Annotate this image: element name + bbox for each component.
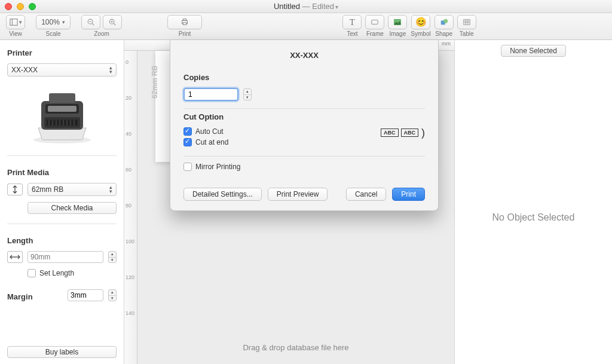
toolbar: ▾ View 100% ▾ Scale Zoom [0,13,612,40]
drop-hint: Drag & drop database file here [137,343,454,352]
print-button[interactable] [167,15,202,29]
frame-tool-button[interactable] [365,15,384,29]
image-tool-button[interactable] [388,15,407,29]
table-icon [463,18,471,26]
cancel-button[interactable]: Cancel [346,188,386,201]
label-size-tag: 62mm RB [151,66,159,99]
print-group: Print [167,15,202,37]
cut-at-end-checkbox[interactable] [183,138,192,146]
frame-tool-label: Frame [366,30,384,37]
image-tool-label: Image [389,30,406,37]
detailed-settings-button[interactable]: Detailed Settings... [183,188,262,201]
symbol-tool-label: Symbol [411,30,430,37]
svg-rect-10 [183,19,186,21]
height-arrows-icon [11,185,19,194]
chevron-down-icon[interactable]: ▾ [335,4,338,10]
view-label: View [9,30,22,37]
text-tool-button[interactable]: T [342,15,362,29]
print-confirm-button[interactable]: Print [392,188,425,201]
buy-labels-button[interactable]: Buy labels [7,346,117,358]
length-stepper[interactable]: ▴▾ [108,251,117,263]
mirror-printing-label: Mirror Printing [195,163,240,171]
set-length-checkbox[interactable] [27,269,36,277]
bracket-icon: ) [421,129,425,137]
scale-select[interactable]: 100% ▾ [36,15,71,29]
panel-icon [10,18,18,26]
copies-input[interactable] [183,88,238,101]
table-tool-label: Table [460,30,474,37]
margin-stepper[interactable]: ▴▾ [108,289,117,301]
table-tool-button[interactable] [457,15,476,29]
inspector-placeholder: No Object Selected [492,212,575,223]
svg-rect-12 [372,20,378,25]
svg-rect-36 [49,93,75,103]
zoom-label: Zoom [94,30,109,37]
svg-line-6 [114,23,115,25]
shape-tool-label: Shape [435,30,452,37]
mirror-printing-checkbox[interactable] [183,163,192,171]
none-selected-button[interactable]: None Selected [501,45,566,57]
svg-rect-11 [183,23,186,25]
zoom-in-icon [108,18,117,26]
svg-line-3 [92,23,94,25]
window-title: Untitled — Edited▾ [0,2,612,11]
ruler-unit: mm [442,41,451,47]
printer-icon [180,18,189,26]
print-dialog: XX-XXX Copies ▴▾ Cut Option Auto Cut Cut… [170,40,439,211]
zoom-out-icon [87,18,95,26]
zoom-out-button[interactable] [81,15,100,29]
print-preview-button[interactable]: Print Preview [268,188,328,201]
svg-point-16 [443,19,448,23]
chevron-down-icon: ▾ [19,19,22,25]
svg-rect-27 [47,120,78,126]
length-icon [7,251,23,263]
frame-icon [371,18,379,26]
cut-option-label: Cut Option [183,112,425,121]
document-status: Edited [312,2,334,11]
print-media-label: Print Media [7,168,117,177]
auto-cut-checkbox[interactable] [183,127,192,136]
set-length-label: Set Length [39,269,74,277]
chevron-down-icon: ▾ [62,19,65,25]
dialog-title: XX-XXX [183,51,425,60]
view-group: ▾ View [6,15,25,37]
media-orientation-icon[interactable] [7,183,23,195]
svg-rect-25 [48,106,76,112]
shape-tool-button[interactable] [434,15,454,29]
zoom-group: Zoom [81,15,122,37]
length-input[interactable] [27,251,103,263]
text-tool-label: Text [347,30,357,37]
symbol-tool-button[interactable]: 😊 [411,15,430,29]
printer-section-label: Printer [7,48,117,57]
printer-select[interactable]: XX-XXX ▴▾ [7,63,117,77]
select-arrows-icon: ▴▾ [109,66,112,74]
left-sidebar: Printer XX-XXX ▴▾ Print Media [0,40,124,364]
divider [7,155,117,156]
width-arrows-icon [10,254,20,260]
right-inspector: None Selected No Object Selected [454,40,612,364]
cut-at-end-label: Cut at end [195,138,228,146]
check-media-button[interactable]: Check Media [27,202,117,214]
copies-label: Copies [183,73,425,82]
ruler-vertical: 0 20 40 60 80 100 120 140 [124,51,137,364]
scale-label: Scale [45,30,60,37]
document-name: Untitled [274,2,300,11]
margin-label: Margin [7,292,63,301]
svg-rect-0 [10,19,17,26]
smiley-icon: 😊 [415,17,427,27]
image-icon [393,18,402,26]
scale-group: 100% ▾ Scale [36,15,71,37]
svg-rect-17 [463,20,470,25]
print-label: Print [179,30,191,37]
zoom-in-button[interactable] [103,15,122,29]
divider [7,224,117,224]
media-select[interactable]: 62mm RB ▴▾ [27,183,117,196]
printer-image [26,86,98,146]
length-label: Length [7,236,117,245]
view-button[interactable]: ▾ [6,15,25,29]
auto-cut-label: Auto Cut [195,127,224,136]
select-arrows-icon: ▴▾ [109,185,112,194]
copies-stepper[interactable]: ▴▾ [243,88,252,100]
margin-input[interactable] [68,289,103,301]
titlebar: Untitled — Edited▾ [0,0,612,13]
